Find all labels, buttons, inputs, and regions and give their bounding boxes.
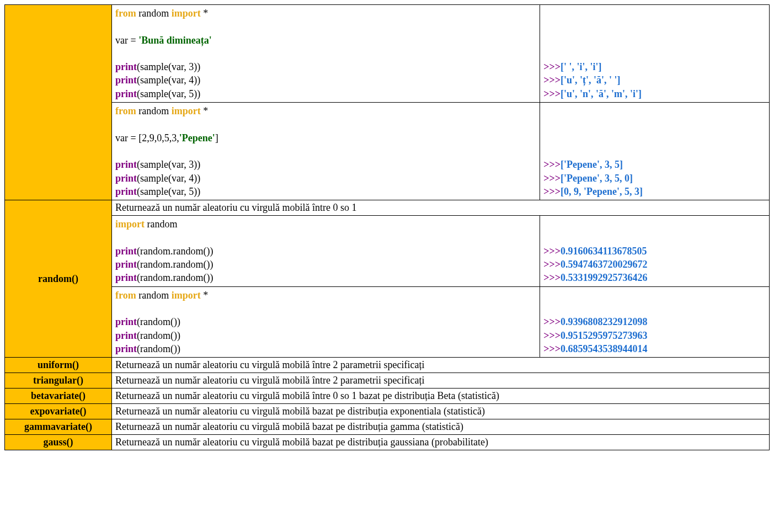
output-cell: >>>[' ', 'i', 'i']>>>['u', 'ț', 'ă', ' '… bbox=[540, 5, 770, 103]
output-cell: >>>0.9396808232912098>>>0.95152959752739… bbox=[540, 286, 770, 357]
function-name-cell: random() bbox=[5, 200, 112, 358]
table-row: from random import * print(random())prin… bbox=[5, 286, 770, 357]
table-row: gauss()Returnează un număr aleatoriu cu … bbox=[5, 435, 770, 450]
description-cell: Returnează un număr aleatoriu cu virgulă… bbox=[112, 435, 770, 450]
description-cell: Returnează un număr aleatoriu cu virgulă… bbox=[112, 373, 770, 389]
table-row: gammavariate()Returnează un număr aleato… bbox=[5, 419, 770, 435]
code-cell: from random import * var = [2,9,0,5,3,'P… bbox=[112, 103, 540, 200]
function-name-cell: expovariate() bbox=[5, 404, 112, 419]
description-cell: Returnează un număr aleatoriu cu virgulă… bbox=[112, 419, 770, 435]
function-name-cell: gauss() bbox=[5, 435, 112, 450]
table-row: from random import * var = [2,9,0,5,3,'P… bbox=[5, 103, 770, 200]
code-cell: from random import * print(random())prin… bbox=[112, 286, 540, 357]
function-name-cell: gammavariate() bbox=[5, 419, 112, 435]
output-cell: >>>0.9160634113678505>>>0.59474637200296… bbox=[540, 216, 770, 286]
table-row: random() Returnează un număr aleatoriu c… bbox=[5, 200, 770, 216]
function-name-cell bbox=[5, 5, 112, 200]
table-row: expovariate()Returnează un număr aleator… bbox=[5, 404, 770, 419]
table-row: uniform()Returnează un număr aleatoriu c… bbox=[5, 358, 770, 373]
description-cell: Returnează un număr aleatoriu cu virgulă… bbox=[112, 200, 770, 216]
table-row: import random print(random.random())prin… bbox=[5, 216, 770, 286]
table-row: triangular()Returnează un număr aleatori… bbox=[5, 373, 770, 389]
function-name-cell: betavariate() bbox=[5, 389, 112, 404]
description-cell: Returnează un număr aleatoriu cu virgulă… bbox=[112, 404, 770, 419]
function-name-cell: triangular() bbox=[5, 373, 112, 389]
table-row: from random import * var = 'Bună diminea… bbox=[5, 5, 770, 103]
output-cell: >>>['Pepene', 3, 5]>>>['Pepene', 3, 5, 0… bbox=[540, 103, 770, 200]
function-name-cell: uniform() bbox=[5, 358, 112, 373]
code-cell: import random print(random.random())prin… bbox=[112, 216, 540, 286]
code-cell: from random import * var = 'Bună diminea… bbox=[112, 5, 540, 103]
reference-table: from random import * var = 'Bună diminea… bbox=[4, 4, 770, 450]
description-cell: Returnează un număr aleatoriu cu virgulă… bbox=[112, 389, 770, 404]
table-row: betavariate()Returnează un număr aleator… bbox=[5, 389, 770, 404]
description-cell: Returnează un număr aleatoriu cu virgulă… bbox=[112, 358, 770, 373]
